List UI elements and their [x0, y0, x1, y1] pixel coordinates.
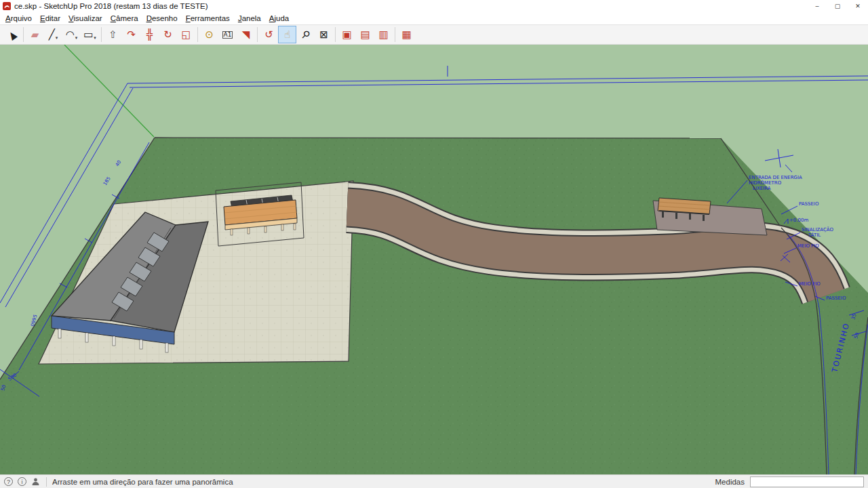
face-style-1-button[interactable]: ▣ [338, 26, 356, 43]
face-style-3-button[interactable]: ▥ [374, 26, 393, 43]
menu-visualizar[interactable]: Visualizar [64, 14, 106, 23]
toolbar-separator [23, 27, 24, 42]
annotation-hidrometro[interactable]: HIDRÔMETRO [749, 180, 782, 186]
annotation-entrada-energia[interactable]: ENTRADA DE ENERGIA [749, 175, 802, 180]
window-title: ce.skp - SketchUp Pro 2018 (restam 13 di… [14, 2, 807, 10]
titlebar: ce.skp - SketchUp Pro 2018 (restam 13 di… [0, 0, 868, 12]
measurements-label: Medidas [715, 478, 745, 486]
select-cursor-icon: ▲ [6, 28, 18, 41]
paint-bucket-icon: ◥ [242, 30, 250, 40]
measurements-input[interactable] [750, 476, 864, 487]
close-button[interactable]: ✕ [848, 0, 868, 12]
menu-ajuda[interactable]: Ajuda [265, 14, 293, 23]
model-viewport[interactable]: ENTRADA DE ENERGIA HIDRÔMETRO LIXEIRA PA… [0, 45, 868, 474]
tape-measure-tool-button[interactable]: ⊙ [200, 26, 218, 43]
menu-arquivo[interactable]: Arquivo [1, 14, 36, 23]
maximize-button[interactable]: ▢ [827, 0, 848, 12]
zoom-extents-button[interactable]: ⊠ [315, 26, 333, 43]
annotation-passeio-2[interactable]: PASSEIO [826, 296, 846, 301]
zoom-extents-icon: ⊠ [319, 30, 328, 40]
text-tool-button[interactable]: A1 [218, 26, 237, 43]
zoom-tool-button[interactable]: ⚲ [296, 26, 315, 43]
window-controls: – ▢ ✕ [807, 0, 868, 12]
tape-measure-icon: ⊙ [205, 30, 214, 40]
dropdown-caret-icon[interactable]: ▾ [75, 35, 78, 43]
face-style-cube-icon: ▣ [342, 30, 351, 40]
rotate-icon: ↻ [163, 30, 172, 40]
dropdown-caret-icon[interactable]: ▾ [56, 35, 58, 43]
face-style-2-button[interactable]: ▤ [356, 26, 374, 43]
toolbar-separator [101, 27, 102, 42]
orbit-tool-button[interactable]: ↺ [260, 26, 278, 43]
face-style-cube-icon: ▥ [378, 30, 388, 40]
menu-camera[interactable]: Câmera [106, 14, 142, 23]
info-icon[interactable]: i [18, 477, 26, 486]
dropdown-caret-icon[interactable]: ▾ [94, 35, 96, 43]
statusbar-divider [46, 477, 47, 487]
tool-hint-text: Arraste em uma direção para fazer uma pa… [52, 478, 233, 486]
face-style-cube-icon: ▤ [360, 30, 370, 40]
help-icon[interactable]: ? [4, 477, 13, 486]
follow-me-tool-button[interactable]: ↷ [122, 26, 140, 43]
pan-hand-icon: ☝ [284, 30, 290, 40]
rotate-tool-button[interactable]: ↻ [159, 26, 177, 43]
measurements-area: Medidas [710, 476, 864, 487]
annotation-sinalizacao-tatil[interactable]: TÁTIL [808, 232, 821, 238]
paint-bucket-tool-button[interactable]: ◥ [237, 26, 255, 43]
menu-ferramentas[interactable]: Ferramentas [182, 14, 234, 23]
pencil-icon: ╱ [49, 30, 55, 40]
sketchup-window: ce.skp - SketchUp Pro 2018 (restam 13 di… [0, 0, 868, 488]
toolbar: ▲ ▰ ╱▾ ◠▾ ▭▾ ⇧ ↷ ╬ ↻ ◱ ⊙ A1 ◥ ↺ ☝ ⚲ ⊠ ▣ … [0, 24, 868, 45]
orbit-icon: ↺ [264, 30, 273, 40]
scale-tool-button[interactable]: ◱ [177, 26, 195, 43]
face-style-4-button[interactable]: ▦ [397, 26, 416, 43]
menu-janela[interactable]: Janela [234, 14, 265, 23]
face-style-cube-icon: ▦ [401, 30, 411, 40]
move-icon: ╬ [146, 30, 153, 40]
annotation-lixeira[interactable]: LIXEIRA [753, 186, 771, 191]
text-tool-icon: A1 [222, 31, 233, 39]
zoom-icon: ⚲ [299, 28, 311, 41]
minimize-button[interactable]: – [807, 0, 827, 12]
eraser-icon: ▰ [31, 30, 39, 40]
user-account-icon[interactable] [31, 477, 40, 486]
menu-editar[interactable]: Editar [36, 14, 64, 23]
annotation-sinalizacao[interactable]: SINALIZAÇÃO [802, 226, 834, 232]
rectangle-tool-button[interactable]: ▭▾ [81, 26, 99, 43]
eraser-tool-button[interactable]: ▰ [26, 26, 44, 43]
pan-tool-button[interactable]: ☝ [278, 26, 296, 43]
annotation-meio-fio-2[interactable]: MEIO FIO [799, 281, 821, 287]
follow-me-icon: ↷ [127, 30, 136, 40]
arc-tool-button[interactable]: ◠▾ [62, 26, 81, 43]
toolbar-separator [257, 27, 258, 42]
annotation-nivel[interactable]: +0.00m [789, 218, 808, 223]
menu-desenho[interactable]: Desenho [142, 14, 182, 23]
arc-icon: ◠ [66, 30, 75, 40]
model-scene[interactable]: ENTRADA DE ENERGIA HIDRÔMETRO LIXEIRA PA… [0, 45, 868, 474]
toolbar-separator [197, 27, 198, 42]
rectangle-icon: ▭ [83, 30, 93, 40]
annotation-meio-fio-1[interactable]: MEIO FIO [797, 243, 819, 249]
push-pull-tool-button[interactable]: ⇧ [104, 26, 122, 43]
annotation-passeio-1[interactable]: PASSEIO [799, 201, 819, 207]
scale-icon: ◱ [181, 30, 191, 40]
toolbar-separator [335, 27, 336, 42]
move-tool-button[interactable]: ╬ [140, 26, 159, 43]
statusbar: ? i Arraste em uma direção para fazer um… [0, 474, 868, 488]
line-tool-button[interactable]: ╱▾ [44, 26, 62, 43]
select-tool-button[interactable]: ▲ [3, 26, 21, 43]
sketchup-logo-icon [3, 2, 11, 10]
toolbar-separator [395, 27, 395, 42]
push-pull-icon: ⇧ [108, 30, 117, 40]
menubar: Arquivo Editar Visualizar Câmera Desenho… [0, 12, 868, 24]
